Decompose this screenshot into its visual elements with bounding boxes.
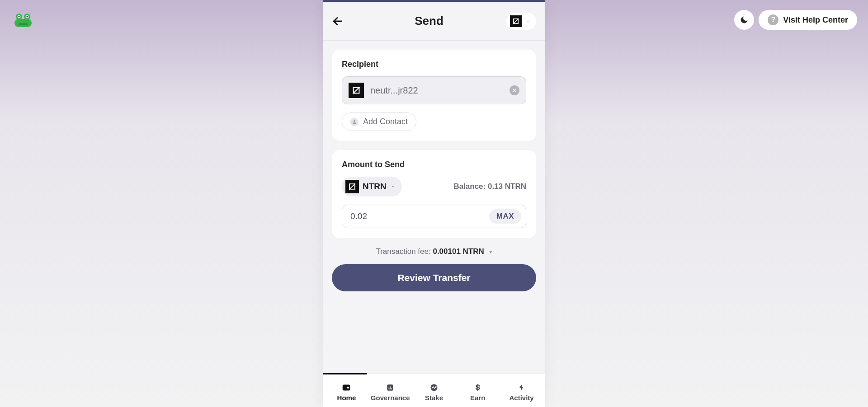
back-button[interactable] — [332, 11, 352, 31]
earn-icon — [473, 383, 483, 393]
svg-point-17 — [354, 120, 355, 122]
nav-label: Stake — [425, 394, 443, 402]
chevron-down-icon — [525, 19, 531, 24]
svg-rect-6 — [14, 19, 32, 27]
governance-icon — [385, 383, 395, 393]
recipient-input[interactable]: neutr...jr822 — [342, 76, 526, 104]
page-title: Send — [415, 14, 443, 28]
recipient-card: Recipient neutr...jr822 — [332, 50, 536, 141]
svg-rect-22 — [347, 387, 349, 388]
help-center-button[interactable]: ? Visit Help Center — [759, 10, 857, 30]
amount-input-box: MAX — [342, 205, 526, 228]
activity-icon — [517, 383, 527, 393]
review-transfer-label: Review Transfer — [397, 272, 470, 283]
add-contact-icon — [350, 118, 359, 126]
arrow-left-icon — [332, 15, 344, 27]
help-icon: ? — [768, 14, 778, 25]
panel-header: Send — [323, 2, 545, 41]
recipient-chain-icon — [349, 83, 364, 98]
nav-earn[interactable]: Earn — [456, 383, 500, 402]
svg-rect-25 — [390, 386, 391, 389]
nav-activity[interactable]: Activity — [500, 383, 543, 402]
theme-toggle-button[interactable] — [734, 10, 754, 30]
help-center-label: Visit Help Center — [783, 15, 848, 25]
nav-label: Earn — [470, 394, 485, 402]
recipient-label: Recipient — [342, 60, 526, 69]
max-button[interactable]: MAX — [489, 209, 521, 224]
add-contact-label: Add Contact — [363, 117, 408, 126]
nav-label: Activity — [509, 394, 533, 402]
token-icon — [345, 180, 359, 193]
review-transfer-button[interactable]: Review Transfer — [332, 264, 536, 291]
transaction-fee-row[interactable]: Transaction fee: 0.00101 NTRN ▾ — [332, 247, 536, 256]
svg-point-4 — [18, 16, 19, 17]
nav-label: Home — [337, 394, 356, 402]
svg-rect-24 — [389, 388, 390, 389]
bottom-nav: Home Governance Stake — [323, 374, 545, 407]
nav-label: Governance — [371, 394, 410, 402]
nav-stake[interactable]: Stake — [412, 383, 456, 402]
nav-home[interactable]: Home — [325, 383, 368, 402]
svg-rect-26 — [391, 388, 392, 389]
token-symbol: NTRN — [363, 182, 387, 192]
amount-input[interactable] — [350, 211, 483, 221]
svg-point-5 — [26, 16, 28, 17]
balance-label: Balance: 0.13 NTRN — [453, 182, 526, 191]
home-icon — [341, 383, 351, 393]
amount-card: Amount to Send NTRN Balance: — [332, 150, 536, 238]
stake-icon — [429, 383, 439, 393]
fee-label: Transaction fee: — [376, 247, 433, 256]
svg-rect-7 — [19, 23, 28, 24]
chevron-down-icon: ▾ — [489, 248, 492, 255]
recipient-address: neutr...jr822 — [370, 85, 503, 96]
fee-value: 0.00101 NTRN — [433, 247, 484, 256]
nav-governance[interactable]: Governance — [368, 383, 412, 402]
token-selector[interactable]: NTRN — [342, 177, 402, 196]
moon-icon — [740, 15, 749, 24]
chain-selector[interactable] — [506, 13, 536, 30]
wallet-panel: Send Recipient — [323, 0, 545, 407]
clear-recipient-button[interactable] — [509, 85, 519, 95]
ntrn-chain-icon — [510, 15, 522, 27]
amount-label: Amount to Send — [342, 160, 526, 169]
frog-logo — [14, 14, 33, 27]
close-icon — [512, 88, 517, 93]
chevron-down-icon — [390, 184, 396, 189]
add-contact-button[interactable]: Add Contact — [342, 112, 416, 131]
